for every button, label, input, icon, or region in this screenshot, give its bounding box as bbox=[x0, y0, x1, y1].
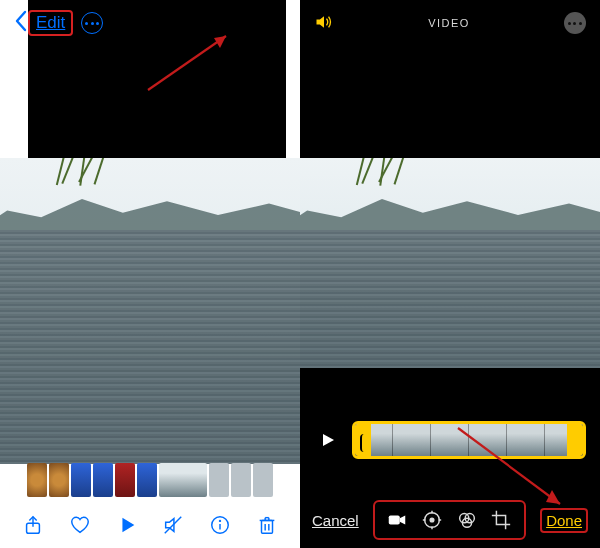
svg-rect-9 bbox=[261, 520, 272, 533]
thumbnail[interactable] bbox=[231, 463, 251, 497]
svg-point-8 bbox=[219, 520, 220, 521]
filters-button[interactable] bbox=[455, 508, 479, 532]
trim-frame bbox=[431, 424, 469, 456]
thumbnail[interactable] bbox=[27, 463, 47, 497]
thumbnail[interactable] bbox=[209, 463, 229, 497]
leaves-layer bbox=[360, 158, 440, 202]
trash-button[interactable] bbox=[255, 513, 279, 537]
trim-handle-right[interactable] bbox=[572, 434, 578, 452]
video-editor-pane: VIDEO Cancel bbox=[300, 0, 600, 548]
svg-marker-16 bbox=[323, 434, 334, 446]
thumbnail[interactable] bbox=[71, 463, 91, 497]
water-layer bbox=[300, 230, 600, 368]
thumbnail[interactable] bbox=[115, 463, 135, 497]
dot-icon bbox=[91, 22, 94, 25]
trim-frame bbox=[393, 424, 431, 456]
water-layer bbox=[0, 230, 300, 464]
video-mode-button[interactable] bbox=[385, 508, 409, 532]
thumbnail[interactable] bbox=[49, 463, 69, 497]
chevron-left-icon bbox=[14, 10, 28, 32]
editor-more-button[interactable] bbox=[564, 12, 586, 34]
leaves-layer bbox=[60, 158, 140, 202]
crop-icon bbox=[490, 509, 512, 531]
trash-icon bbox=[256, 514, 278, 536]
mode-title: VIDEO bbox=[428, 17, 470, 29]
mute-button[interactable] bbox=[161, 513, 185, 537]
editor-toolset bbox=[373, 500, 526, 540]
more-button[interactable] bbox=[81, 12, 103, 34]
thumbnail[interactable] bbox=[253, 463, 273, 497]
dot-icon bbox=[573, 22, 576, 25]
timeline-play-button[interactable] bbox=[314, 423, 342, 457]
info-button[interactable] bbox=[208, 513, 232, 537]
back-button[interactable] bbox=[14, 10, 28, 36]
svg-rect-19 bbox=[389, 515, 400, 524]
media-preview[interactable] bbox=[0, 158, 300, 464]
dot-icon bbox=[96, 22, 99, 25]
cancel-button[interactable]: Cancel bbox=[312, 512, 359, 529]
photos-bottom-toolbar bbox=[0, 502, 300, 548]
svg-point-22 bbox=[430, 518, 434, 522]
photos-viewer-pane: Edit bbox=[0, 0, 300, 548]
done-button[interactable]: Done bbox=[540, 508, 588, 533]
trim-frame bbox=[469, 424, 507, 456]
play-icon bbox=[116, 514, 138, 536]
thumbnail-strip[interactable] bbox=[0, 460, 300, 500]
dot-icon bbox=[568, 22, 571, 25]
photos-top-bar: Edit bbox=[0, 0, 300, 46]
play-button[interactable] bbox=[115, 513, 139, 537]
trim-frame bbox=[545, 424, 583, 456]
share-icon bbox=[22, 514, 44, 536]
adjust-icon bbox=[421, 509, 443, 531]
speaker-icon bbox=[314, 12, 334, 32]
adjust-button[interactable] bbox=[420, 508, 444, 532]
heart-icon bbox=[69, 514, 91, 536]
dot-icon bbox=[85, 22, 88, 25]
svg-marker-20 bbox=[400, 515, 406, 524]
speaker-mute-icon bbox=[162, 514, 184, 536]
play-icon bbox=[320, 432, 336, 448]
share-button[interactable] bbox=[21, 513, 45, 537]
trim-bar[interactable] bbox=[352, 421, 586, 459]
edit-button[interactable]: Edit bbox=[28, 10, 73, 36]
editor-bottom-toolbar: Cancel bbox=[300, 492, 600, 548]
thumbnail[interactable] bbox=[93, 463, 113, 497]
editor-top-bar: VIDEO bbox=[300, 0, 600, 46]
thumbnail[interactable] bbox=[137, 463, 157, 497]
trim-handle-left[interactable] bbox=[360, 434, 366, 452]
volume-button[interactable] bbox=[314, 12, 334, 34]
video-icon bbox=[386, 509, 408, 531]
filters-icon bbox=[456, 509, 478, 531]
dot-icon bbox=[579, 22, 582, 25]
svg-marker-4 bbox=[122, 518, 134, 533]
trim-row bbox=[300, 416, 600, 464]
thumbnail-current[interactable] bbox=[159, 463, 207, 497]
favorite-button[interactable] bbox=[68, 513, 92, 537]
trim-frame bbox=[507, 424, 545, 456]
info-icon bbox=[209, 514, 231, 536]
crop-button[interactable] bbox=[489, 508, 513, 532]
editor-preview[interactable] bbox=[300, 158, 600, 368]
